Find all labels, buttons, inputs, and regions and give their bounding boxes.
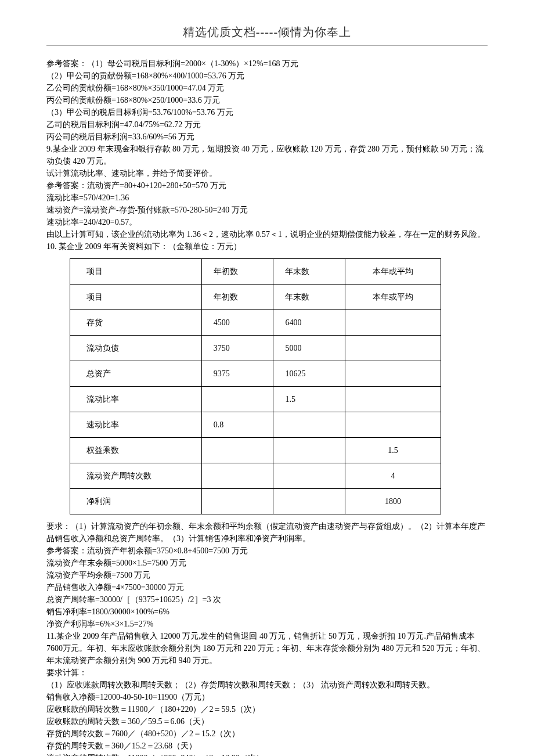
text-line: 流动比率=570/420=1.36 [46, 192, 488, 204]
table-cell: 权益乘数 [70, 438, 202, 463]
table-cell: 本年或平均 [345, 259, 441, 285]
text-line: 应收账款的周转次数＝11900／（180+220）／2＝59.5（次） [46, 703, 488, 715]
text-line: 丙公司的贡献份额=168×80%×250/1000=33.6 万元 [46, 94, 488, 106]
table-cell: 存货 [70, 310, 202, 336]
text-line: 参考答案：（1）母公司税后目标利润=2000×（1-30%）×12%=168 万… [46, 57, 488, 70]
text-line: 存货的周转次数＝7600／（480+520）／2＝15.2（次） [46, 728, 488, 740]
table-cell [273, 463, 345, 489]
table-row: 流动比率 1.5 [70, 387, 441, 412]
table-cell [345, 361, 441, 387]
table-cell: 本年或平均 [345, 285, 441, 310]
table-row: 项目 年初数 年末数 本年或平均 [70, 285, 441, 310]
text-line: 流动资产平均余额=7500 万元 [46, 569, 488, 581]
table-cell: 年末数 [273, 285, 345, 310]
table-cell: 年末数 [273, 259, 345, 285]
table-cell: 5000 [273, 336, 345, 361]
table-cell: 速动比率 [70, 412, 202, 438]
table-cell [273, 438, 345, 463]
text-line: （1）应收账款周转次数和周转天数；（2）存货周转次数和周转天数；（3） 流动资产… [46, 679, 488, 691]
text-line: 乙司的税后目标利润=47.04/75%=62.72 万元 [46, 118, 488, 131]
text-line: 11.某企业 2009 年产品销售收入 12000 万元,发生的销售退回 40 … [46, 630, 488, 667]
table-cell: 流动负债 [70, 336, 202, 361]
table-cell: 年初数 [201, 285, 273, 310]
text-line: 产品销售收入净额=4×7500=30000 万元 [46, 581, 488, 593]
financial-table: 项目 年初数 年末数 本年或平均 项目 年初数 年末数 本年或平均 存货 450… [70, 258, 441, 514]
table-cell: 1800 [345, 489, 441, 514]
table-cell: 6400 [273, 310, 345, 336]
table-cell [201, 438, 273, 463]
page-header: 精选优质文档-----倾情为你奉上 [46, 23, 488, 41]
text-line: 流动资产年末余额=5000×1.5=7500 万元 [46, 557, 488, 569]
table-row: 总资产 9375 10625 [70, 361, 441, 387]
text-line: 要求：（1）计算流动资产的年初余额、年末余额和平均余额（假定流动资产由速动资产与… [46, 520, 488, 545]
table-row: 存货 4500 6400 [70, 310, 441, 336]
table-cell: 净利润 [70, 489, 202, 514]
table-cell: 4500 [201, 310, 273, 336]
table-cell: 1.5 [273, 387, 345, 412]
table-cell: 10625 [273, 361, 345, 387]
table-cell: 总资产 [70, 361, 202, 387]
text-line: 丙公司的税后目标利润=33.6/60%=56 万元 [46, 131, 488, 143]
text-line: 销售净利率=1800/30000×100%=6% [46, 606, 488, 618]
table-row: 速动比率 0.8 [70, 412, 441, 438]
table-cell [201, 489, 273, 514]
table-cell: 项目 [70, 259, 202, 285]
table-row: 权益乘数 1.5 [70, 438, 441, 463]
text-line: 乙公司的贡献份额=168×80%×350/1000=47.04 万元 [46, 82, 488, 94]
text-line: （2）甲公司的贡献份额=168×80%×400/1000=53.76 万元 [46, 70, 488, 82]
table-cell: 项目 [70, 285, 202, 310]
text-line: 销售收入净额=12000-40-50-10=11900（万元） [46, 691, 488, 703]
table-cell: 1.5 [345, 438, 441, 463]
text-line: 要求计算： [46, 667, 488, 679]
table-row: 项目 年初数 年末数 本年或平均 [70, 259, 441, 285]
text-line: 参考答案：流动资产年初余额=3750×0.8+4500=7500 万元 [46, 545, 488, 557]
table-cell [273, 489, 345, 514]
text-line: 净资产利润率=6%×3×1.5=27% [46, 618, 488, 630]
text-line: 9.某企业 2009 年末现金和银行存款 80 万元，短期投资 40 万元，应收… [46, 143, 488, 167]
text-line: （3）甲公司的税后目标利润=53.76/100%=53.76 万元 [46, 106, 488, 118]
table-cell: 流动比率 [70, 387, 202, 412]
header-divider [46, 45, 488, 46]
table-cell: 0.8 [201, 412, 273, 438]
text-line: 速动资产=流动资产-存货-预付账款=570-280-50=240 万元 [46, 204, 488, 216]
text-line: 试计算流动比率、速动比率，并给予简要评价。 [46, 167, 488, 179]
table-cell: 流动资产周转次数 [70, 463, 202, 489]
text-line: 存货的周转天数＝360／15.2＝23.68（天） [46, 740, 488, 752]
table-cell [345, 336, 441, 361]
table-cell [345, 412, 441, 438]
table-row: 净利润 1800 [70, 489, 441, 514]
table-row: 流动负债 3750 5000 [70, 336, 441, 361]
text-line: 由以上计算可知，该企业的流动比率为 1.36＜2，速动比率 0.57＜1，说明企… [46, 228, 488, 240]
table-cell [345, 310, 441, 336]
table-cell: 年初数 [201, 259, 273, 285]
table-cell: 9375 [201, 361, 273, 387]
text-line: 流动资产的周转次数＝11900／（900+940）／2＝12.93（次） [46, 752, 488, 756]
text-line: 应收账款的周转天数＝360／59.5＝6.06（天） [46, 715, 488, 728]
table-cell [201, 463, 273, 489]
text-line: 速动比率=240/420=0.57。 [46, 216, 488, 228]
table-cell: 4 [345, 463, 441, 489]
table-cell [201, 387, 273, 412]
text-line: 10. 某企业 2009 年有关资料如下：（金额单位：万元） [46, 240, 488, 253]
text-line: 总资产周转率=30000/［（9375+10625）/2］=3 次 [46, 593, 488, 606]
table-cell [273, 412, 345, 438]
table-row: 流动资产周转次数 4 [70, 463, 441, 489]
text-line: 参考答案：流动资产=80+40+120+280+50=570 万元 [46, 179, 488, 192]
table-cell [345, 387, 441, 412]
table-cell: 3750 [201, 336, 273, 361]
